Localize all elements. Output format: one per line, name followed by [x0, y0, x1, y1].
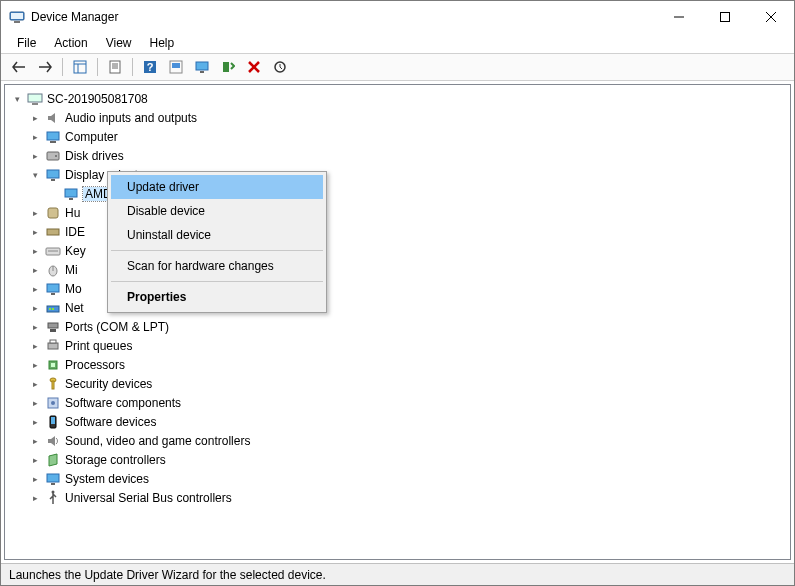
minimize-button[interactable] [656, 1, 702, 33]
tree-node[interactable]: ▸ System devices [29, 470, 788, 488]
show-hidden-button[interactable] [68, 55, 92, 79]
chevron-down-icon[interactable]: ▾ [11, 93, 23, 105]
network-icon [45, 300, 61, 316]
svg-rect-32 [65, 189, 77, 197]
chevron-down-icon[interactable]: ▾ [29, 169, 41, 181]
mouse-icon [45, 262, 61, 278]
chevron-right-icon[interactable]: ▸ [29, 283, 41, 295]
menu-item-properties[interactable]: Properties [111, 285, 323, 309]
chevron-right-icon[interactable]: ▸ [29, 397, 41, 409]
menu-item-disable-device[interactable]: Disable device [111, 199, 323, 223]
chevron-right-icon[interactable]: ▸ [29, 264, 41, 276]
svg-rect-35 [47, 229, 59, 235]
separator [59, 55, 66, 79]
maximize-button[interactable] [702, 1, 748, 33]
tree-root[interactable]: ▾ SC-201905081708 [11, 90, 788, 108]
menu-bar: File Action View Help [1, 33, 794, 53]
menu-file[interactable]: File [9, 34, 44, 52]
device-manager-window: Device Manager File Action View Help ? ▾… [0, 0, 795, 586]
svg-rect-18 [196, 62, 208, 70]
svg-rect-33 [69, 198, 73, 200]
printer-icon [45, 338, 61, 354]
tree-node[interactable]: ▸ Storage controllers [29, 451, 788, 469]
tree-node[interactable]: ▸ Software devices [29, 413, 788, 431]
tree-node-label: Sound, video and game controllers [65, 434, 250, 448]
svg-rect-26 [47, 132, 59, 140]
properties-button[interactable] [103, 55, 127, 79]
svg-point-54 [51, 401, 55, 405]
chevron-right-icon[interactable]: ▸ [29, 245, 41, 257]
hid-icon [45, 205, 61, 221]
svg-rect-30 [47, 170, 59, 178]
context-menu: Update driverDisable deviceUninstall dev… [107, 171, 327, 313]
chevron-right-icon[interactable]: ▸ [29, 416, 41, 428]
tree-node[interactable]: ▸ Security devices [29, 375, 788, 393]
scan-icon[interactable] [268, 55, 292, 79]
svg-point-43 [49, 308, 51, 310]
svg-rect-45 [48, 323, 58, 328]
close-button[interactable] [748, 1, 794, 33]
svg-rect-7 [74, 61, 86, 73]
tree-node[interactable]: ▸ Computer [29, 128, 788, 146]
tree-node[interactable]: ▸ Ports (COM & LPT) [29, 318, 788, 336]
chevron-right-icon[interactable]: ▸ [29, 226, 41, 238]
chevron-right-icon[interactable]: ▸ [29, 302, 41, 314]
tree-node[interactable]: ▸ Print queues [29, 337, 788, 355]
separator [94, 55, 101, 79]
svg-rect-27 [50, 141, 56, 143]
tree-node[interactable]: ▸ Audio inputs and outputs [29, 109, 788, 127]
uninstall-icon[interactable] [242, 55, 266, 79]
storage-icon [45, 452, 61, 468]
display-icon [63, 186, 79, 202]
computer-icon [45, 129, 61, 145]
forward-button[interactable] [33, 55, 57, 79]
tree-node[interactable]: ▸ Universal Serial Bus controllers [29, 489, 788, 507]
svg-rect-57 [47, 474, 59, 482]
chevron-right-icon[interactable]: ▸ [29, 340, 41, 352]
tree-node[interactable]: ▸ Processors [29, 356, 788, 374]
tree-node[interactable]: ▸ Disk drives [29, 147, 788, 165]
svg-rect-34 [48, 208, 58, 218]
menu-item-update-driver[interactable]: Update driver [111, 175, 323, 199]
chevron-right-icon[interactable]: ▸ [29, 207, 41, 219]
tree-node[interactable]: ▸ Sound, video and game controllers [29, 432, 788, 450]
menu-action[interactable]: Action [46, 34, 95, 52]
device-tree-panel: ▾ SC-201905081708 ▸ Audio inputs and out… [4, 84, 791, 560]
menu-help[interactable]: Help [142, 34, 183, 52]
tree-node-label: Print queues [65, 339, 132, 353]
monitor-icon[interactable] [190, 55, 214, 79]
svg-rect-52 [52, 381, 54, 389]
menu-item-uninstall-device[interactable]: Uninstall device [111, 223, 323, 247]
menu-view[interactable]: View [98, 34, 140, 52]
window-controls [656, 1, 794, 33]
action-center-icon[interactable] [164, 55, 188, 79]
usb-icon [45, 490, 61, 506]
tree-node-label: IDE [65, 225, 85, 239]
tree-node-label: Audio inputs and outputs [65, 111, 197, 125]
tree-node-label: Mi [65, 263, 78, 277]
menu-item-scan-for-hardware-changes[interactable]: Scan for hardware changes [111, 254, 323, 278]
chevron-right-icon[interactable]: ▸ [29, 492, 41, 504]
svg-rect-20 [223, 62, 229, 72]
chevron-right-icon[interactable]: ▸ [29, 454, 41, 466]
chevron-right-icon[interactable]: ▸ [29, 435, 41, 447]
help-icon[interactable]: ? [138, 55, 162, 79]
chevron-right-icon[interactable]: ▸ [29, 112, 41, 124]
back-button[interactable] [7, 55, 31, 79]
status-text: Launches the Update Driver Wizard for th… [9, 568, 326, 582]
chevron-right-icon[interactable]: ▸ [29, 359, 41, 371]
chevron-right-icon[interactable]: ▸ [29, 321, 41, 333]
svg-rect-50 [51, 363, 55, 367]
ports-icon [45, 319, 61, 335]
chevron-right-icon[interactable]: ▸ [29, 378, 41, 390]
svg-rect-31 [51, 179, 55, 181]
window-title: Device Manager [31, 10, 118, 24]
chevron-right-icon[interactable]: ▸ [29, 131, 41, 143]
tree-node[interactable]: ▸ Software components [29, 394, 788, 412]
svg-rect-10 [110, 61, 120, 73]
menu-separator [111, 281, 323, 282]
install-legacy-icon[interactable] [216, 55, 240, 79]
chevron-right-icon[interactable]: ▸ [29, 473, 41, 485]
chevron-right-icon[interactable]: ▸ [29, 150, 41, 162]
tree-node-label: Software devices [65, 415, 156, 429]
